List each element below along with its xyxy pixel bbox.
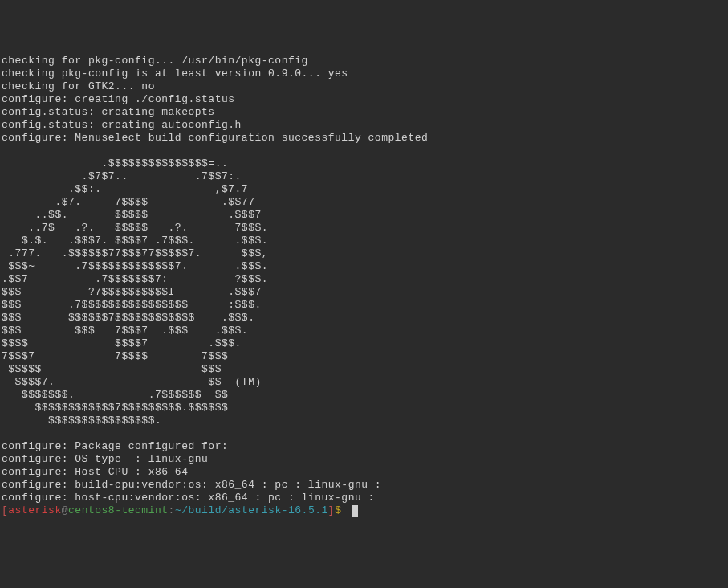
- output-line: configure: Host CPU : x86_64: [2, 466, 188, 478]
- ascii-art-line: $$$$$$$$$$$$7$$$$$$$$$.$$$$$$: [2, 402, 268, 414]
- output-line: checking for pkg-config... /usr/bin/pkg-…: [2, 55, 308, 67]
- ascii-art-line: 7$$$7 7$$$$ 7$$$: [2, 350, 268, 362]
- ascii-art-line: $$$$7. $$ (TM): [2, 376, 262, 388]
- prompt-at: @: [62, 504, 68, 517]
- output-line: config.status: creating makeopts: [2, 106, 215, 118]
- ascii-art-line: $$$ ?7$$$$$$$$$$I .$$$7: [2, 286, 268, 298]
- ascii-art-line: $$$$ $$$$7 .$$$.: [2, 337, 268, 349]
- ascii-art-line: .$$:. ,$7.7: [2, 183, 268, 195]
- output-line: checking pkg-config is at least version …: [2, 67, 348, 80]
- prompt-host: centos8-tecmint: [68, 504, 169, 517]
- ascii-art-line: ..7$ .?. $$$$$ .?. 7$$$.: [2, 222, 268, 234]
- ascii-art-line: $$$ $$$$$$7$$$$$$$$$$$$ .$$$.: [2, 312, 268, 324]
- ascii-art-line: .777. .$$$$$$77$$$77$$$$$7. $$$,: [2, 247, 268, 259]
- ascii-art-line: .$7$7.. .7$$7:.: [2, 170, 268, 182]
- ascii-art-line: $$$$$$$$$$$$$$$$.: [2, 414, 268, 427]
- shell-prompt[interactable]: [asterisk@centos8-tecmint:~/build/asteri…: [2, 504, 358, 517]
- ascii-art-line: $$$ .7$$$$$$$$$$$$$$$$ :$$$.: [2, 299, 268, 311]
- output-line: configure: host-cpu:vendor:os: x86_64 : …: [2, 492, 375, 504]
- prompt-path: ~/build/asterisk-16.5.1: [175, 504, 328, 517]
- ascii-art-line: $$$$$ $$$: [2, 363, 268, 375]
- output-line: configure: Package configured for:: [2, 440, 228, 452]
- prompt-user: asterisk: [8, 504, 61, 517]
- ascii-art-line: .$$$$$$$$$$$$$$$=..: [2, 157, 268, 169]
- ascii-art-line: $.$. .$$$7. $$$$7 .7$$$. .$$$.: [2, 235, 268, 247]
- output-line: configure: OS type : linux-gnu: [2, 453, 208, 465]
- output-line: configure: Menuselect build configuratio…: [2, 132, 428, 144]
- terminal-output: checking for pkg-config... /usr/bin/pkg-…: [2, 55, 726, 517]
- ascii-art-line: .$$7 .7$$$$$$$7: ?$$$.: [2, 273, 268, 285]
- prompt-colon: :: [169, 504, 175, 517]
- prompt-close-bracket: ]: [328, 504, 335, 517]
- ascii-art-line: ..$$. $$$$$ .$$$7: [2, 209, 268, 221]
- output-line: configure: creating ./config.status: [2, 93, 235, 105]
- ascii-art-line: $$$~ .7$$$$$$$$$$$$$7. .$$$.: [2, 260, 268, 272]
- prompt-dollar: $: [335, 504, 348, 517]
- ascii-art-line: $$$$$$$. .7$$$$$$ $$: [2, 389, 268, 401]
- ascii-art-line: .$7. 7$$$$ .$$77: [2, 196, 268, 208]
- output-line: checking for GTK2... no: [2, 80, 155, 92]
- output-line: configure: build-cpu:vendor:os: x86_64 :…: [2, 479, 381, 491]
- output-line: config.status: creating autoconfig.h: [2, 119, 242, 131]
- ascii-art-line: $$$ $$$ 7$$$7 .$$$ .$$$.: [2, 325, 268, 337]
- cursor-icon: [352, 505, 358, 517]
